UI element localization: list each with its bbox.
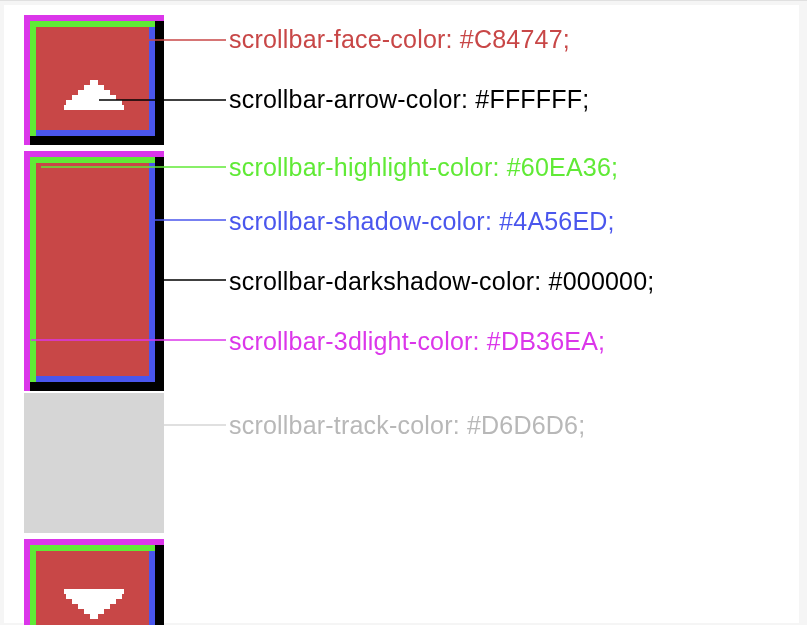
face — [36, 27, 149, 130]
scrollbar-track — [24, 393, 164, 533]
scrollbar-up-button — [24, 15, 164, 145]
label-shadow: scrollbar-shadow-color: #4A56ED; — [229, 207, 615, 236]
thumb-face — [36, 163, 149, 376]
scrollbar-down-button — [24, 539, 164, 625]
label-3dlight: scrollbar-3dlight-color: #DB36EA; — [229, 327, 605, 356]
diagram-panel: scrollbar-face-color: #C84747; scrollbar… — [4, 5, 799, 623]
label-face: scrollbar-face-color: #C84747; — [229, 25, 570, 54]
scrollbar-mock — [24, 15, 164, 625]
arrow-up-icon — [64, 80, 124, 110]
scrollbar-thumb — [24, 151, 164, 391]
label-arrow: scrollbar-arrow-color: #FFFFFF; — [229, 85, 589, 114]
label-darkshadow: scrollbar-darkshadow-color: #000000; — [229, 267, 654, 296]
arrow-down-icon — [64, 589, 124, 619]
label-track: scrollbar-track-color: #D6D6D6; — [229, 411, 585, 440]
label-highlight: scrollbar-highlight-color: #60EA36; — [229, 153, 618, 182]
